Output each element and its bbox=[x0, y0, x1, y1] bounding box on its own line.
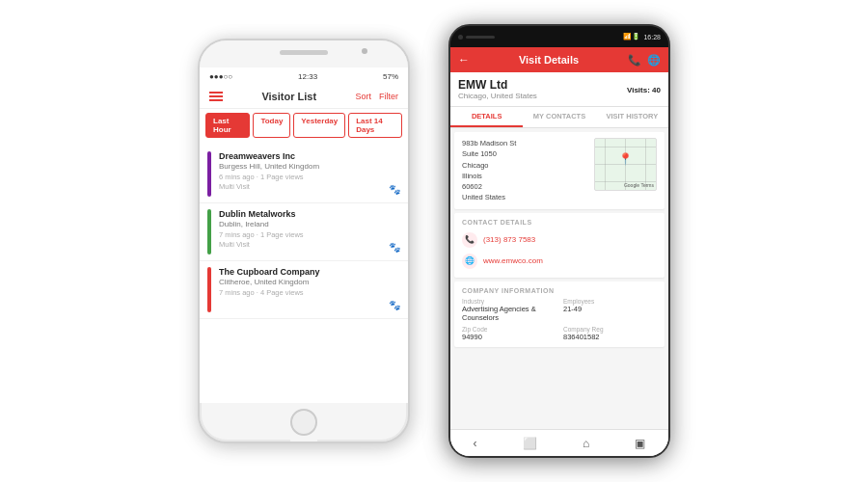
map-thumbnail[interactable]: 📍 Google Terms bbox=[594, 138, 657, 191]
tab-yesterday[interactable]: Yesterday bbox=[293, 113, 345, 138]
website-icon: 🌐 bbox=[462, 254, 477, 269]
iphone-time: 12:33 bbox=[298, 72, 317, 81]
address-street: 983b Madison St bbox=[462, 138, 588, 148]
globe-icon[interactable]: 🌐 bbox=[647, 54, 661, 67]
iphone-camera bbox=[362, 48, 367, 54]
website-url[interactable]: www.emwco.com bbox=[483, 256, 543, 265]
iphone-top-bar bbox=[200, 40, 408, 67]
android-speaker bbox=[466, 36, 495, 39]
zip-block: Zip Code 94990 bbox=[462, 326, 556, 341]
paw-icon: 🐾 bbox=[389, 300, 400, 310]
tab-visit-history[interactable]: VISIT HISTORY bbox=[596, 107, 668, 127]
zip-label: Zip Code bbox=[462, 326, 556, 333]
paw-icon: 🐾 bbox=[389, 242, 400, 253]
address-city: Chicago bbox=[462, 160, 588, 171]
filter-button[interactable]: Filter bbox=[379, 92, 398, 101]
nav-recents-button[interactable]: ⬜ bbox=[523, 437, 537, 450]
employees-block: Employees 21-49 bbox=[563, 298, 657, 322]
android-camera bbox=[458, 35, 463, 40]
company-location: Clitheroe, United Kingdom bbox=[219, 278, 400, 286]
tab-last-hour[interactable]: Last Hour bbox=[205, 113, 250, 138]
address-state: Illinois bbox=[462, 171, 588, 181]
iphone-header-title: Visitor List bbox=[261, 91, 316, 102]
android-status-bar: 📶🔋 16:28 bbox=[623, 33, 661, 40]
company-reg-value: 836401582 bbox=[563, 333, 657, 341]
hamburger-icon[interactable] bbox=[209, 92, 223, 101]
company-location: Dublin, Ireland bbox=[219, 220, 400, 228]
iphone-app-header: Visitor List Sort Filter bbox=[200, 85, 408, 109]
sort-button[interactable]: Sort bbox=[355, 92, 371, 101]
tab-14-days[interactable]: Last 14 Days bbox=[348, 113, 402, 138]
tab-my-contacts[interactable]: MY CONTACTS bbox=[523, 107, 595, 127]
list-item-content: Dreamweavers Inc Burgess Hill, United Ki… bbox=[219, 151, 400, 197]
iphone-device: ●●●○○ 12:33 57% Visitor List Sort Filter… bbox=[198, 39, 410, 443]
visit-tag: Multi Visit bbox=[219, 240, 400, 249]
list-item-content: The Cupboard Company Clitheroe, United K… bbox=[219, 267, 400, 312]
company-info-header: COMPANY INFORMATION bbox=[462, 287, 657, 298]
iphone-header-actions: Sort Filter bbox=[355, 92, 398, 101]
android-company-info-card: COMPANY INFORMATION Industry Advertising… bbox=[454, 281, 665, 347]
iphone-status-bar: ●●●○○ 12:33 57% bbox=[200, 67, 408, 85]
android-app-header: ← Visit Details 📞 🌐 bbox=[450, 47, 668, 72]
phone-number[interactable]: (313) 873 7583 bbox=[483, 235, 535, 244]
address-zip: 60602 bbox=[462, 181, 588, 192]
contact-section-header: CONTACT DETAILS bbox=[462, 219, 657, 229]
industry-label: Industry bbox=[462, 298, 556, 305]
list-item[interactable]: Dublin Metalworks Dublin, Ireland 7 mins… bbox=[200, 203, 408, 261]
industry-block: Industry Advertising Agencies & Counselo… bbox=[462, 298, 556, 322]
android-subtabs: DETAILS MY CONTACTS VISIT HISTORY bbox=[450, 107, 668, 128]
list-item-bar bbox=[207, 151, 211, 197]
company-info-grid: Industry Advertising Agencies & Counselo… bbox=[462, 298, 657, 341]
android-address-card: 983b Madison St Suite 1050 Chicago Illin… bbox=[454, 132, 665, 209]
android-company-block: EMW Ltd Chicago, United States Visits: 4… bbox=[450, 72, 668, 107]
iphone-signal: ●●●○○ bbox=[209, 72, 232, 81]
company-location: Burgess Hill, United Kingdom bbox=[219, 162, 400, 171]
iphone-speaker bbox=[280, 50, 328, 55]
iphone-visitor-list: Dreamweavers Inc Burgess Hill, United Ki… bbox=[200, 142, 408, 403]
android-detail-content: 983b Madison St Suite 1050 Chicago Illin… bbox=[450, 128, 668, 429]
address-map-row: 983b Madison St Suite 1050 Chicago Illin… bbox=[462, 138, 657, 203]
visit-meta: 6 mins ago · 1 Page views bbox=[219, 173, 400, 181]
back-button[interactable]: ← bbox=[458, 53, 470, 67]
address-block: 983b Madison St Suite 1050 Chicago Illin… bbox=[462, 138, 588, 203]
iphone-home-button[interactable] bbox=[290, 409, 317, 436]
tab-today[interactable]: Today bbox=[253, 113, 290, 138]
employees-label: Employees bbox=[563, 298, 657, 305]
industry-value: Advertising Agencies & Counselors bbox=[462, 305, 556, 322]
list-item-bar bbox=[207, 267, 211, 312]
address-country: United States bbox=[462, 192, 588, 202]
android-icons: 📶🔋 bbox=[623, 33, 640, 40]
map-vline bbox=[605, 139, 606, 190]
list-item[interactable]: Dreamweavers Inc Burgess Hill, United Ki… bbox=[200, 146, 408, 203]
iphone-screen: Visitor List Sort Filter Last Hour Today… bbox=[200, 85, 408, 403]
map-attribution: Google Terms bbox=[624, 182, 654, 188]
android-company-name: EMW Ltd bbox=[458, 78, 537, 92]
phone-icon: 📞 bbox=[462, 232, 477, 248]
company-name: Dreamweavers Inc bbox=[219, 151, 400, 161]
company-reg-label: Company Reg bbox=[563, 326, 657, 333]
visit-meta: 7 mins ago · 1 Page views bbox=[219, 230, 400, 239]
visit-meta: 7 mins ago · 4 Page views bbox=[219, 288, 400, 297]
android-camera-area bbox=[458, 35, 495, 40]
android-company-location: Chicago, United States bbox=[458, 92, 537, 100]
android-screen: ← Visit Details 📞 🌐 EMW Ltd Chicago, Uni… bbox=[450, 47, 668, 456]
iphone-tabs: Last Hour Today Yesterday Last 14 Days bbox=[200, 109, 408, 142]
iphone-battery: 57% bbox=[383, 72, 398, 81]
tab-details[interactable]: DETAILS bbox=[450, 107, 523, 127]
android-device: 📶🔋 16:28 ← Visit Details 📞 🌐 EMW Ltd bbox=[448, 24, 670, 458]
android-top-bar: 📶🔋 16:28 bbox=[450, 26, 668, 47]
list-item-content: Dublin Metalworks Dublin, Ireland 7 mins… bbox=[219, 209, 400, 254]
nav-home-button[interactable]: ⌂ bbox=[583, 437, 589, 450]
company-reg-block: Company Reg 836401582 bbox=[563, 326, 657, 341]
nav-apps-button[interactable]: ▣ bbox=[635, 437, 645, 450]
address-suite: Suite 1050 bbox=[462, 148, 588, 159]
nav-back-button[interactable]: ‹ bbox=[474, 437, 477, 450]
android-visit-count: Visits: 40 bbox=[627, 86, 661, 94]
android-header-title: Visit Details bbox=[519, 54, 579, 66]
phone-icon[interactable]: 📞 bbox=[628, 54, 641, 67]
list-item[interactable]: The Cupboard Company Clitheroe, United K… bbox=[200, 261, 408, 319]
company-name: Dublin Metalworks bbox=[219, 209, 400, 219]
android-bottom-nav: ‹ ⬜ ⌂ ▣ bbox=[450, 429, 668, 456]
employees-value: 21-49 bbox=[563, 305, 657, 313]
visit-tag: Multi Visit bbox=[219, 182, 400, 191]
